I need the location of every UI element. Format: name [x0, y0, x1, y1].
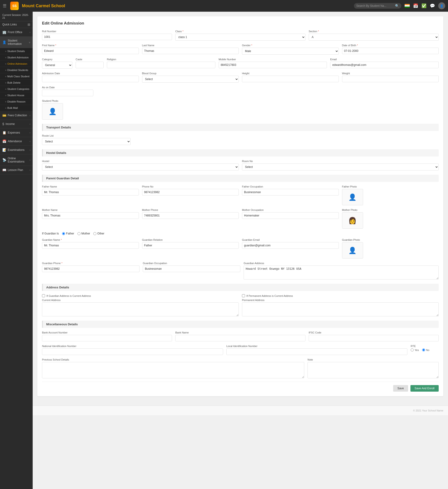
religion-input[interactable] — [107, 62, 215, 68]
rte-no-radio[interactable] — [422, 348, 425, 351]
sidebar-item-lesson-plan[interactable]: 📖 Lesson Plan ‹ — [0, 166, 33, 174]
father-phone-input[interactable] — [142, 189, 239, 196]
tasks-icon[interactable]: ✅ — [421, 3, 426, 8]
sidebar-sub-student-categories[interactable]: Student Categories — [0, 86, 33, 92]
sidebar-item-expenses[interactable]: 📋 Expenses ‹ — [0, 129, 33, 137]
guardian-address-textarea[interactable]: Howard Street Oswego NY 13126 USA — [244, 266, 439, 279]
search-box[interactable]: 🔍 — [354, 3, 401, 9]
guardian-phone-input[interactable] — [42, 266, 140, 272]
class-select[interactable]: class 1 class 2 class 3 — [175, 34, 305, 41]
mobile-input[interactable] — [219, 62, 327, 68]
sidebar-sub-student-admission[interactable]: Student Admission — [0, 54, 33, 61]
search-icon[interactable]: 🔍 — [395, 4, 399, 8]
search-input[interactable] — [356, 4, 394, 8]
mother-name-input[interactable] — [42, 212, 139, 219]
guardian-name-input[interactable] — [42, 242, 139, 249]
prev-school-textarea[interactable] — [42, 362, 304, 378]
first-name-input[interactable] — [42, 48, 139, 54]
sidebar-item-examinations[interactable]: 📝 Examinations ‹ — [0, 146, 33, 154]
sidebar-sub-disabled-students[interactable]: Disabled Students — [0, 67, 33, 73]
email-input[interactable] — [330, 62, 439, 68]
ifsc-input[interactable] — [309, 335, 439, 342]
save-and-enroll-button[interactable]: Save And Enroll — [410, 385, 439, 392]
sidebar-item-online-examinations[interactable]: 📡 Online Examinations ‹ — [0, 154, 33, 166]
group-father-name: Father Name — [42, 185, 139, 205]
guardian-father-radio[interactable]: Father — [62, 232, 74, 235]
gender-select[interactable]: Male Female Other — [242, 48, 339, 55]
admission-date-input[interactable] — [42, 76, 139, 82]
hamburger-icon[interactable]: ☰ — [3, 3, 7, 8]
hostel-select[interactable]: Select Hostel 1 Hostel 2 — [42, 163, 239, 171]
online-exam-icon: 📡 — [2, 158, 6, 162]
guardian-email-input[interactable] — [242, 242, 339, 249]
guardian-father-radio-input[interactable] — [62, 232, 65, 235]
transport-section-header: Transport Details — [42, 124, 439, 131]
if-guardian-address-checkbox[interactable] — [42, 294, 45, 297]
category-select[interactable]: General OBC SC ST — [42, 62, 72, 69]
guardian-address-label: Guardian Address — [244, 262, 439, 265]
father-name-input[interactable] — [42, 189, 139, 196]
rte-no-label[interactable]: No — [422, 348, 429, 351]
mother-phone-input[interactable] — [142, 212, 239, 219]
last-name-input[interactable] — [142, 48, 239, 54]
caste-input[interactable] — [76, 62, 104, 68]
if-permanent-address-checkbox-label[interactable]: If Permanent Address is Current Address — [242, 294, 439, 297]
father-photo-box[interactable]: 👤 — [342, 189, 363, 205]
roll-number-input[interactable] — [42, 34, 172, 40]
whatsapp-icon[interactable]: 💬 — [430, 3, 435, 8]
height-input[interactable] — [242, 76, 339, 82]
bank-account-input[interactable] — [42, 335, 172, 342]
sidebar-sub-bulk-mail[interactable]: Bulk Mail — [0, 105, 33, 111]
room-no-select[interactable]: Select 101 102 103 — [242, 163, 439, 171]
sidebar-item-front-office[interactable]: 🏢 Front Office ‹ — [0, 28, 33, 37]
blood-group-select[interactable]: Select A+A- B+B- AB+AB- O+O- — [142, 76, 239, 83]
local-id-input[interactable] — [226, 348, 408, 355]
guardian-photo-box[interactable]: 👤 — [342, 242, 363, 259]
save-button[interactable]: Save — [393, 385, 408, 392]
sidebar-item-fees-collection[interactable]: 💳 Fees Collection ‹ — [0, 111, 33, 120]
sidebar-sub-student-details[interactable]: Student Details — [0, 48, 33, 54]
if-guardian-address-checkbox-label[interactable]: If Guardian Address is Current Address — [42, 294, 239, 297]
sidebar-sub-bulk-delete[interactable]: Bulk Delete — [0, 80, 33, 86]
calendar-icon[interactable]: 📅 — [413, 3, 418, 8]
sidebar-sub-student-house[interactable]: Student House — [0, 92, 33, 98]
current-address-textarea[interactable] — [42, 302, 239, 317]
national-id-input[interactable] — [42, 348, 223, 355]
as-on-date-input[interactable] — [42, 90, 93, 96]
rte-yes-label[interactable]: Yes — [411, 348, 419, 351]
guardian-other-radio[interactable]: Other — [93, 232, 104, 235]
dob-input[interactable] — [342, 48, 439, 54]
bank-name-input[interactable] — [175, 335, 305, 342]
guardian-mother-radio-input[interactable] — [78, 232, 80, 235]
row-basic-1: Roll Number Class * class 1 class 2 clas… — [42, 30, 439, 41]
student-photo-box[interactable]: 👤 — [42, 103, 63, 120]
mother-occupation-label: Mother Occupation — [242, 209, 339, 211]
weight-input[interactable] — [342, 76, 439, 82]
sidebar-item-student-information[interactable]: 👤 Student Information ∨ — [0, 37, 33, 48]
mother-photo-box[interactable]: 👩 — [342, 212, 363, 229]
permanent-address-textarea[interactable] — [242, 302, 439, 317]
guardian-relation-input[interactable] — [142, 242, 239, 249]
sidebar-sub-multi-class[interactable]: Multi Class Student — [0, 73, 33, 80]
section-select[interactable]: A B C — [309, 34, 439, 41]
sidebar-item-income[interactable]: $ Income ‹ — [0, 120, 33, 129]
flag-icon — [405, 4, 410, 8]
sidebar-item-attendance[interactable]: 📅 Attendance ‹ — [0, 137, 33, 146]
guardian-other-radio-input[interactable] — [93, 232, 96, 235]
sidebar-sub-disable-reason[interactable]: Disable Reason — [0, 98, 33, 105]
guardian-mother-radio[interactable]: Mother — [78, 232, 90, 235]
if-permanent-address-checkbox[interactable] — [242, 294, 245, 297]
sidebar-item-label: Fees Collection — [8, 114, 27, 117]
group-father-occupation: Father Occupation — [242, 185, 339, 205]
guardian-occupation-input[interactable] — [143, 266, 240, 272]
avatar[interactable]: 👤 — [438, 2, 445, 9]
sidebar-sub-online-admission[interactable]: Online Admission — [0, 61, 33, 67]
father-occupation-input[interactable] — [242, 189, 339, 196]
as-on-date-label: As on Date — [42, 86, 93, 89]
route-list-select[interactable]: Select Route 1 Route 2 — [42, 138, 131, 145]
mother-occupation-input[interactable] — [242, 212, 339, 219]
rte-yes-radio[interactable] — [411, 348, 414, 351]
grid-icon[interactable]: ⊞ — [28, 23, 30, 26]
note-textarea[interactable] — [308, 362, 439, 378]
chevron-icon: ‹ — [30, 131, 30, 134]
